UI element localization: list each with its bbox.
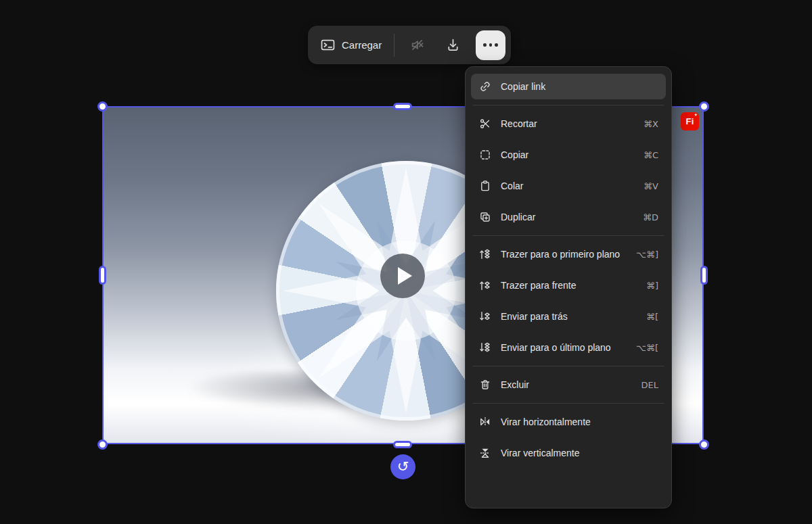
menu-divider — [472, 105, 664, 105]
load-button-label: Carregar — [342, 39, 382, 51]
menu-item-recortar[interactable]: Recortar⌘X — [471, 111, 666, 137]
selection-handle-top-right[interactable] — [699, 101, 709, 112]
muted-audio-icon — [409, 37, 425, 53]
copy-icon — [478, 148, 492, 162]
firefly-badge: Fi ✦ — [681, 112, 699, 130]
menu-item-colar[interactable]: Colar⌘V — [471, 173, 666, 199]
toolbar-divider — [394, 34, 394, 57]
menu-item-shortcut: ⌘] — [646, 281, 658, 291]
selection-handle-middle-right[interactable] — [700, 266, 708, 285]
menu-item-label: Duplicar — [501, 212, 535, 222]
menu-item-enviar-para-tras[interactable]: Enviar para trás⌘[ — [471, 304, 666, 329]
duplicate-icon — [478, 210, 492, 224]
menu-item-shortcut: ⌘X — [644, 119, 658, 129]
paste-icon — [478, 179, 492, 193]
selection-handle-bottom-left[interactable] — [97, 439, 108, 450]
load-button[interactable]: Carregar — [317, 33, 384, 57]
ellipsis-icon — [495, 43, 498, 47]
selection-handle-middle-left[interactable] — [99, 266, 106, 285]
menu-item-label: Enviar para o último plano — [501, 342, 611, 353]
menu-item-label: Virar horizontalmente — [501, 416, 591, 427]
trash-icon — [478, 378, 492, 391]
menu-item-label: Virar verticalmente — [501, 448, 579, 458]
menu-item-shortcut: ⌘D — [643, 212, 658, 222]
menu-item-shortcut: ⌘V — [644, 181, 658, 191]
prompt-icon — [320, 37, 336, 53]
scissors-icon — [478, 117, 492, 130]
menu-item-shortcut: ⌘C — [644, 150, 658, 160]
download-icon — [445, 37, 461, 53]
menu-item-copiar-link[interactable]: Copiar link — [471, 74, 666, 99]
menu-item-enviar-para-o-ultimo-plano[interactable]: Enviar para o último plano⌥⌘[ — [471, 335, 666, 360]
link-icon — [478, 80, 492, 93]
mute-button[interactable] — [404, 32, 430, 58]
flip-vertical-icon — [478, 446, 492, 460]
menu-item-virar-verticalmente[interactable]: Virar verticalmente — [471, 440, 666, 466]
menu-item-label: Copiar link — [501, 81, 545, 92]
floating-toolbar: Carregar — [308, 26, 511, 64]
menu-item-duplicar[interactable]: Duplicar⌘D — [471, 204, 666, 230]
menu-item-label: Recortar — [501, 118, 537, 129]
context-menu: Copiar linkRecortar⌘XCopiar⌘CColar⌘VDupl… — [465, 66, 672, 508]
bring-forward-icon — [478, 279, 492, 292]
firefly-badge-label: Fi — [686, 116, 694, 126]
bring-to-front-icon — [478, 247, 492, 261]
selection-handle-bottom-middle[interactable] — [393, 441, 412, 448]
menu-item-trazer-para-frente[interactable]: Trazer para frente⌘] — [471, 272, 666, 298]
send-to-back-icon — [478, 341, 492, 354]
more-options-button[interactable] — [476, 30, 505, 60]
menu-item-label: Trazer para frente — [501, 280, 577, 291]
ellipsis-icon — [483, 43, 487, 47]
menu-divider — [472, 403, 664, 404]
menu-divider — [472, 366, 664, 366]
menu-item-excluir[interactable]: ExcluirDEL — [471, 372, 666, 398]
menu-item-label: Enviar para trás — [501, 311, 568, 322]
ellipsis-icon — [489, 43, 493, 47]
menu-item-copiar[interactable]: Copiar⌘C — [471, 142, 666, 168]
menu-item-shortcut: ⌥⌘[ — [636, 343, 658, 353]
send-backward-icon — [478, 310, 492, 323]
selection-handle-top-left[interactable] — [97, 101, 108, 112]
menu-item-label: Copiar — [501, 149, 528, 160]
menu-item-label: Trazer para o primeiro plano — [501, 249, 620, 260]
menu-item-label: Colar — [501, 181, 523, 191]
play-icon — [398, 267, 412, 285]
selection-handle-bottom-right[interactable] — [699, 439, 709, 450]
rotate-handle[interactable]: ↺ — [390, 454, 415, 479]
play-button[interactable] — [380, 254, 425, 298]
menu-item-shortcut: ⌘[ — [646, 312, 658, 322]
menu-item-shortcut: ⌥⌘] — [636, 249, 658, 260]
flip-horizontal-icon — [478, 415, 492, 429]
menu-item-label: Excluir — [501, 379, 529, 390]
download-button[interactable] — [440, 32, 466, 58]
menu-divider — [472, 235, 664, 236]
rotate-icon: ↺ — [397, 458, 409, 475]
menu-item-trazer-para-o-primeiro-plano[interactable]: Trazer para o primeiro plano⌥⌘] — [471, 241, 666, 267]
menu-item-shortcut: DEL — [641, 380, 658, 390]
selection-handle-top-middle[interactable] — [393, 103, 412, 110]
menu-item-virar-horizontalmente[interactable]: Virar horizontalmente — [471, 409, 666, 435]
canvas-stage: ↺ Fi ✦ Carregar Copiar linkRecortar⌘XCop… — [0, 0, 812, 524]
sparkle-icon: ✦ — [694, 113, 698, 117]
